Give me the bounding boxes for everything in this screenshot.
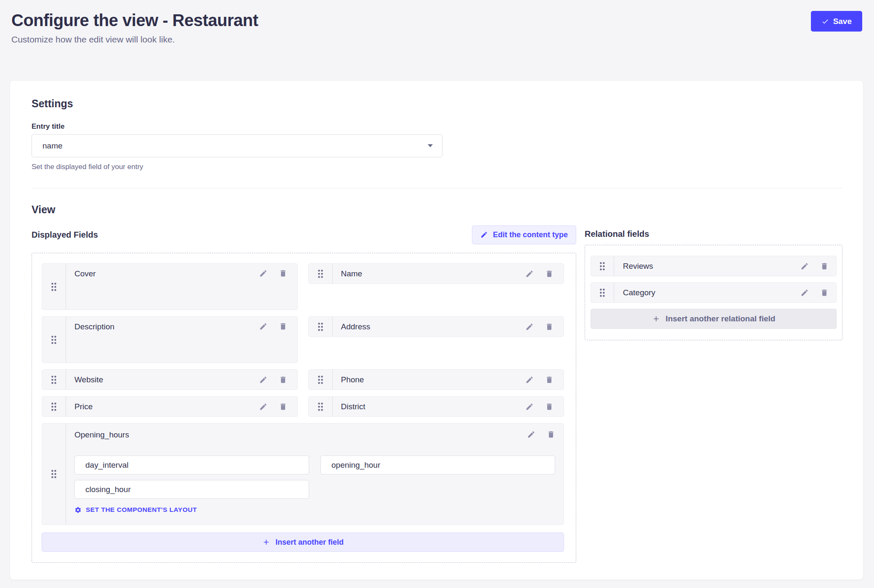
drag-dots-icon <box>318 322 323 331</box>
insert-another-relational-field-label: Insert another relational field <box>666 314 776 323</box>
drag-handle[interactable] <box>42 397 66 416</box>
delete-field-button[interactable] <box>279 376 287 384</box>
drag-handle[interactable] <box>309 264 333 283</box>
insert-another-field-label: Insert another field <box>275 538 344 547</box>
delete-field-button[interactable] <box>820 289 829 297</box>
check-icon <box>821 18 829 25</box>
drag-handle[interactable] <box>42 424 66 524</box>
drag-dots-icon <box>51 469 57 479</box>
view-columns: Displayed Fields Edit the content type C… <box>32 225 842 563</box>
field-label: Website <box>74 375 103 384</box>
field-card-price: Price <box>42 396 298 417</box>
section-divider <box>32 188 842 188</box>
delete-field-button[interactable] <box>545 270 554 278</box>
pencil-icon <box>259 376 267 384</box>
edit-field-button[interactable] <box>259 403 267 411</box>
insert-another-field-button[interactable]: Insert another field <box>42 532 564 552</box>
edit-field-button[interactable] <box>527 430 535 439</box>
pencil-icon <box>525 270 534 278</box>
trash-icon <box>820 262 829 270</box>
drag-handle[interactable] <box>591 256 614 276</box>
delete-field-button[interactable] <box>279 403 287 411</box>
edit-field-button[interactable] <box>525 323 534 331</box>
pencil-icon <box>480 231 488 238</box>
chevron-down-icon <box>428 144 433 147</box>
pencil-icon <box>259 403 267 411</box>
drag-handle[interactable] <box>591 283 614 302</box>
pencil-icon <box>525 403 534 411</box>
pencil-icon <box>800 262 809 270</box>
edit-field-button[interactable] <box>525 376 534 384</box>
entry-title-select[interactable]: name <box>32 134 442 157</box>
drag-dots-icon <box>318 375 323 384</box>
field-label: Cover <box>74 269 96 278</box>
plus-icon <box>652 315 660 323</box>
trash-icon <box>545 323 554 331</box>
edit-field-button[interactable] <box>259 376 267 384</box>
set-component-layout-button[interactable]: SET THE COMPONENT'S LAYOUT <box>74 506 197 514</box>
pencil-icon <box>259 269 267 278</box>
relational-fields-heading: Relational fields <box>585 229 842 239</box>
field-card-name: Name <box>308 263 564 284</box>
component-label: Opening_hours <box>74 430 129 440</box>
field-label: Address <box>341 322 371 331</box>
page-header-text: Configure the view - Restaurant Customiz… <box>11 11 258 45</box>
edit-field-button[interactable] <box>259 322 267 331</box>
drag-dots-icon <box>51 375 57 384</box>
drag-handle[interactable] <box>309 397 333 416</box>
content-card: Settings Entry title name Set the displa… <box>10 81 863 580</box>
drag-handle[interactable] <box>309 317 333 336</box>
edit-field-button[interactable] <box>800 262 809 270</box>
delete-field-button[interactable] <box>545 323 554 331</box>
relational-fields-dropzone: Reviews Category <box>585 245 842 340</box>
pencil-icon <box>259 322 267 331</box>
edit-field-button[interactable] <box>525 403 534 411</box>
trash-icon <box>547 430 555 439</box>
component-card-opening-hours: Opening_hours day_interval opening_hour <box>42 423 564 525</box>
plus-icon <box>262 538 270 546</box>
delete-field-button[interactable] <box>545 376 554 384</box>
drag-dots-icon <box>51 335 57 344</box>
edit-content-type-button[interactable]: Edit the content type <box>472 225 576 244</box>
field-card-phone: Phone <box>308 369 564 390</box>
displayed-fields-heading: Displayed Fields <box>32 230 98 240</box>
delete-field-button[interactable] <box>545 403 554 411</box>
delete-field-button[interactable] <box>820 262 829 270</box>
page-title: Configure the view - Restaurant <box>11 11 258 30</box>
drag-handle[interactable] <box>309 370 333 389</box>
drag-handle[interactable] <box>42 370 66 389</box>
field-label: District <box>341 402 365 411</box>
displayed-fields-dropzone: Cover Name <box>32 253 576 563</box>
drag-dots-icon <box>51 402 57 411</box>
delete-field-button[interactable] <box>279 322 287 331</box>
delete-field-button[interactable] <box>279 269 287 278</box>
drag-handle[interactable] <box>42 264 66 310</box>
field-label: Phone <box>341 375 364 384</box>
page-header: Configure the view - Restaurant Customiz… <box>0 0 874 45</box>
trash-icon <box>820 289 829 297</box>
relational-field-label: Reviews <box>623 262 653 271</box>
field-card-district: District <box>308 396 564 417</box>
entry-title-help: Set the displayed field of your entry <box>32 163 842 171</box>
drag-dots-icon <box>318 402 323 411</box>
drag-handle[interactable] <box>42 317 66 363</box>
view-heading: View <box>32 204 842 216</box>
edit-field-button[interactable] <box>800 289 809 297</box>
component-field-closing-hour[interactable]: closing_hour <box>74 480 309 499</box>
settings-heading: Settings <box>32 98 842 110</box>
drag-dots-icon <box>599 288 605 297</box>
component-field-opening-hour[interactable]: opening_hour <box>320 456 555 474</box>
edit-field-button[interactable] <box>259 269 267 278</box>
displayed-fields-header: Displayed Fields Edit the content type <box>32 225 576 244</box>
component-field-day-interval[interactable]: day_interval <box>74 456 309 474</box>
field-card-cover: Cover <box>42 263 298 310</box>
edit-field-button[interactable] <box>525 270 534 278</box>
insert-another-relational-field-button[interactable]: Insert another relational field <box>591 309 837 329</box>
relational-fields-section: Relational fields Reviews <box>585 225 842 340</box>
pencil-icon <box>525 376 534 384</box>
delete-field-button[interactable] <box>547 430 555 439</box>
drag-dots-icon <box>599 262 605 271</box>
save-button[interactable]: Save <box>811 11 862 32</box>
trash-icon <box>279 269 287 278</box>
component-fields-grid: day_interval opening_hour closing_hour <box>74 456 555 499</box>
